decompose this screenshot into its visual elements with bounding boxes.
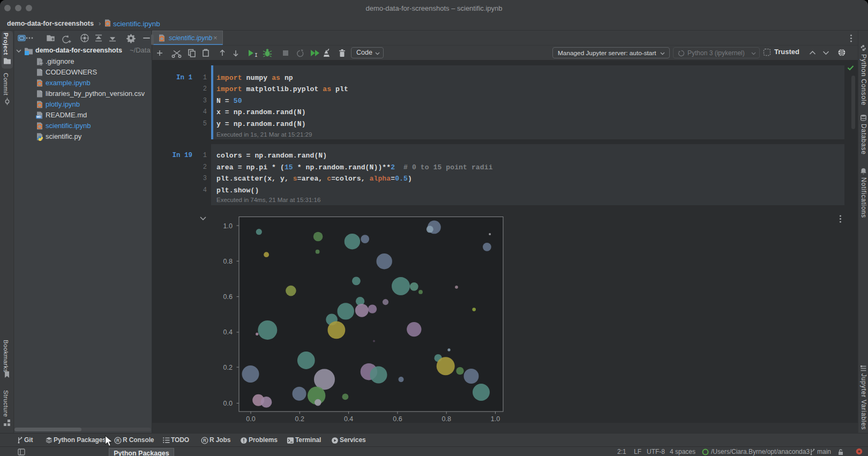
svg-text:0.4: 0.4 <box>223 328 233 336</box>
svg-text:0.0: 0.0 <box>246 415 255 423</box>
svg-text:R: R <box>203 438 206 443</box>
svg-text:0.8: 0.8 <box>442 415 451 423</box>
svg-text:R: R <box>116 438 119 443</box>
svg-text:0.4: 0.4 <box>344 415 353 423</box>
svg-text:MD: MD <box>36 115 41 118</box>
svg-text:0.2: 0.2 <box>295 415 304 423</box>
svg-text:I: I <box>255 53 258 58</box>
svg-text:0.2: 0.2 <box>223 364 233 371</box>
svg-text:1.0: 1.0 <box>491 415 500 423</box>
svg-text:0.6: 0.6 <box>223 293 233 301</box>
svg-text:0.8: 0.8 <box>223 258 233 265</box>
svg-text:1.0: 1.0 <box>223 222 233 230</box>
svg-text:0.6: 0.6 <box>393 415 402 423</box>
svg-text:0.0: 0.0 <box>223 400 233 407</box>
